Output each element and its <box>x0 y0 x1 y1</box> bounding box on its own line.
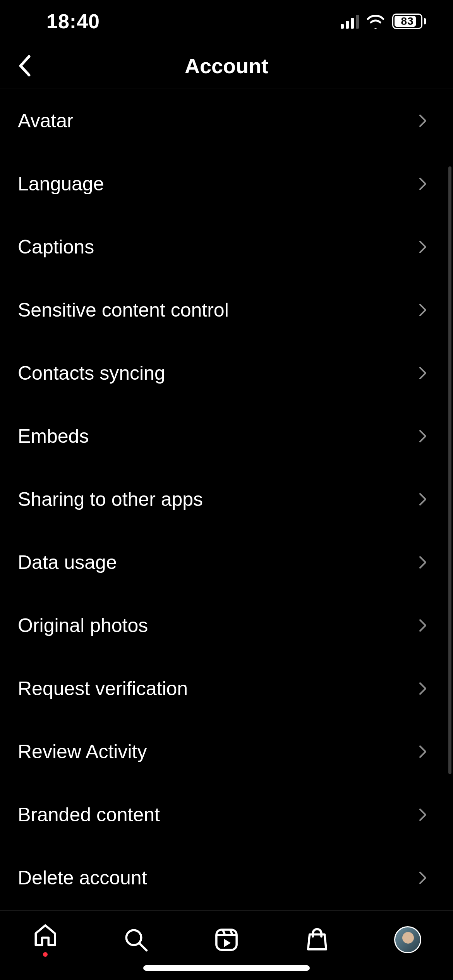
row-label: Review Activity <box>18 740 147 763</box>
row-label: Captions <box>18 236 94 258</box>
chevron-right-icon <box>416 303 430 317</box>
header: Account <box>0 43 453 89</box>
chevron-right-icon <box>416 492 430 506</box>
row-label: Request verification <box>18 677 188 700</box>
row-switch-professional[interactable]: Switch to professional account <box>0 909 453 910</box>
wifi-icon <box>366 14 385 29</box>
row-label: Avatar <box>18 110 74 132</box>
row-label: Language <box>18 173 104 195</box>
search-icon <box>123 927 149 953</box>
chevron-right-icon <box>416 177 430 191</box>
row-label: Sensitive content control <box>18 299 229 321</box>
row-avatar[interactable]: Avatar <box>0 89 453 152</box>
tab-profile[interactable] <box>390 922 425 957</box>
row-data-usage[interactable]: Data usage <box>0 531 453 594</box>
page-title: Account <box>185 54 268 78</box>
settings-list: AvatarLanguageCaptionsSensitive content … <box>0 89 453 910</box>
status-bar: 18:40 83 <box>0 0 453 43</box>
notification-dot-icon <box>43 952 48 957</box>
scroll-indicator[interactable] <box>448 166 451 774</box>
svg-line-1 <box>140 944 147 951</box>
tab-reels[interactable] <box>209 922 244 957</box>
chevron-right-icon <box>416 745 430 759</box>
chevron-right-icon <box>416 429 430 443</box>
shop-icon <box>304 927 330 953</box>
row-label: Data usage <box>18 551 117 574</box>
battery-level: 83 <box>401 15 414 27</box>
row-original-photos[interactable]: Original photos <box>0 594 453 657</box>
row-delete-account[interactable]: Delete account <box>0 846 453 909</box>
chevron-right-icon <box>416 114 430 128</box>
row-label: Embeds <box>18 425 89 447</box>
row-embeds[interactable]: Embeds <box>0 404 453 468</box>
avatar-icon <box>394 926 421 953</box>
chevron-right-icon <box>416 682 430 696</box>
row-label: Delete account <box>18 867 147 889</box>
battery-icon: 83 <box>392 14 426 29</box>
chevron-right-icon <box>416 618 430 632</box>
tab-home[interactable] <box>28 922 63 957</box>
row-branded-content[interactable]: Branded content <box>0 783 453 846</box>
chevron-right-icon <box>416 366 430 380</box>
row-review-activity[interactable]: Review Activity <box>0 720 453 783</box>
row-request-verification[interactable]: Request verification <box>0 657 453 720</box>
row-captions[interactable]: Captions <box>0 215 453 278</box>
home-indicator <box>143 965 310 971</box>
chevron-right-icon <box>416 808 430 822</box>
chevron-left-icon <box>17 54 34 77</box>
home-icon <box>33 923 58 948</box>
reels-icon <box>214 927 239 953</box>
row-sensitive-content[interactable]: Sensitive content control <box>0 278 453 341</box>
chevron-right-icon <box>416 555 430 569</box>
row-language[interactable]: Language <box>0 152 453 215</box>
back-button[interactable] <box>12 52 39 79</box>
cellular-signal-icon <box>341 14 359 29</box>
status-right: 83 <box>341 14 426 29</box>
row-sharing-other-apps[interactable]: Sharing to other apps <box>0 468 453 531</box>
row-label: Sharing to other apps <box>18 488 203 511</box>
row-label: Original photos <box>18 614 148 637</box>
chevron-right-icon <box>416 240 430 254</box>
row-label: Branded content <box>18 804 160 826</box>
svg-rect-2 <box>216 930 237 950</box>
status-time: 18:40 <box>46 10 100 33</box>
row-label: Contacts syncing <box>18 362 165 384</box>
row-contacts-syncing[interactable]: Contacts syncing <box>0 341 453 404</box>
tab-shop[interactable] <box>300 922 335 957</box>
tab-search[interactable] <box>118 922 153 957</box>
chevron-right-icon <box>416 871 430 885</box>
